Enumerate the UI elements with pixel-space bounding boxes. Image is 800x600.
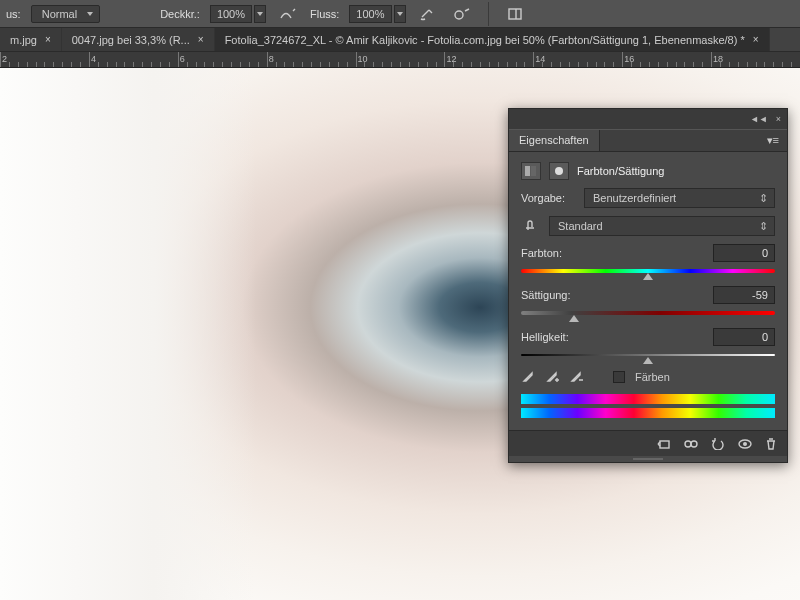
- saturation-slider[interactable]: Sättigung: -59: [521, 286, 775, 318]
- color-range-top[interactable]: [521, 394, 775, 404]
- svg-rect-3: [525, 166, 530, 176]
- collapse-icon[interactable]: ◄◄: [750, 114, 768, 124]
- chevron-updown-icon: ⇕: [759, 192, 768, 205]
- preset-label: Vorgabe:: [521, 192, 576, 204]
- view-previous-icon[interactable]: [683, 438, 699, 450]
- horizontal-ruler[interactable]: 2468101214161820: [0, 52, 800, 68]
- options-bar: us: Normal Deckkr.: 100% Fluss: 100%: [0, 0, 800, 28]
- svg-rect-6: [660, 441, 669, 448]
- saturation-label: Sättigung:: [521, 289, 571, 301]
- lightness-value[interactable]: 0: [713, 328, 775, 346]
- svg-point-5: [555, 167, 563, 175]
- eyedropper-add-icon[interactable]: [545, 370, 559, 384]
- flow-field[interactable]: 100%: [349, 5, 405, 23]
- hue-value[interactable]: 0: [713, 244, 775, 262]
- svg-rect-1: [509, 9, 521, 19]
- flow-value[interactable]: 100%: [349, 5, 391, 23]
- preset-select[interactable]: Benutzerdefiniert ⇕: [584, 188, 775, 208]
- panel-toggle-icon[interactable]: [503, 4, 527, 24]
- svg-point-0: [455, 11, 463, 19]
- clip-to-layer-icon[interactable]: [657, 438, 671, 450]
- mode-label: us:: [6, 8, 21, 20]
- divider: [488, 2, 489, 26]
- document-tab[interactable]: 0047.jpg bei 33,3% (R... ×: [62, 28, 215, 51]
- lightness-slider[interactable]: Helligkeit: 0: [521, 328, 775, 360]
- channel-select[interactable]: Standard ⇕: [549, 216, 775, 236]
- reset-icon[interactable]: [711, 438, 725, 450]
- tab-label: Fotolia_3724672_XL - © Amir Kaljikovic -…: [225, 34, 745, 46]
- close-icon[interactable]: ×: [753, 34, 759, 45]
- panel-tab-properties[interactable]: Eigenschaften: [509, 130, 600, 151]
- tab-label: 0047.jpg bei 33,3% (R...: [72, 34, 190, 46]
- hue-slider[interactable]: Farbton: 0: [521, 244, 775, 276]
- adjustment-icon[interactable]: [521, 162, 541, 180]
- color-range-bottom[interactable]: [521, 408, 775, 418]
- colorize-checkbox[interactable]: [613, 371, 625, 383]
- close-icon[interactable]: ×: [776, 114, 781, 124]
- lightness-label: Helligkeit:: [521, 331, 569, 343]
- document-tab[interactable]: m.jpg ×: [0, 28, 62, 51]
- channel-value: Standard: [558, 220, 603, 232]
- resize-grip[interactable]: [509, 456, 787, 462]
- chevron-down-icon[interactable]: [254, 5, 266, 23]
- eyedropper-icon[interactable]: [521, 370, 535, 384]
- airbrush-icon[interactable]: [416, 4, 440, 24]
- opacity-value[interactable]: 100%: [210, 5, 252, 23]
- opacity-field[interactable]: 100%: [210, 5, 266, 23]
- saturation-value[interactable]: -59: [713, 286, 775, 304]
- close-icon[interactable]: ×: [45, 34, 51, 45]
- visibility-icon[interactable]: [737, 438, 753, 450]
- tab-label: m.jpg: [10, 34, 37, 46]
- colorize-label: Färben: [635, 371, 670, 383]
- panel-footer: [509, 430, 787, 456]
- pressure-opacity-icon[interactable]: [276, 4, 300, 24]
- properties-panel: ◄◄ × Eigenschaften ▾≡ Farbton/Sättigung …: [508, 108, 788, 463]
- svg-point-10: [743, 442, 747, 446]
- preset-value: Benutzerdefiniert: [593, 192, 676, 204]
- trash-icon[interactable]: [765, 438, 777, 450]
- scrubby-icon[interactable]: [521, 217, 541, 235]
- hue-label: Farbton:: [521, 247, 562, 259]
- slider-thumb[interactable]: [643, 273, 653, 280]
- close-icon[interactable]: ×: [198, 34, 204, 45]
- mask-icon[interactable]: [549, 162, 569, 180]
- blend-mode-select[interactable]: Normal: [31, 5, 100, 23]
- document-tab[interactable]: Fotolia_3724672_XL - © Amir Kaljikovic -…: [215, 28, 770, 51]
- chevron-down-icon[interactable]: [394, 5, 406, 23]
- eyedropper-subtract-icon[interactable]: [569, 370, 583, 384]
- adjustment-title: Farbton/Sättigung: [577, 165, 664, 177]
- opacity-label: Deckkr.:: [160, 8, 200, 20]
- pressure-size-icon[interactable]: [450, 4, 474, 24]
- svg-point-7: [685, 441, 691, 447]
- document-tabs: m.jpg × 0047.jpg bei 33,3% (R... × Fotol…: [0, 28, 800, 52]
- svg-point-8: [691, 441, 697, 447]
- slider-thumb[interactable]: [569, 315, 579, 322]
- panel-menu-icon[interactable]: ▾≡: [759, 130, 787, 151]
- svg-rect-4: [531, 166, 536, 176]
- flow-label: Fluss:: [310, 8, 339, 20]
- chevron-updown-icon: ⇕: [759, 220, 768, 233]
- slider-thumb[interactable]: [643, 357, 653, 364]
